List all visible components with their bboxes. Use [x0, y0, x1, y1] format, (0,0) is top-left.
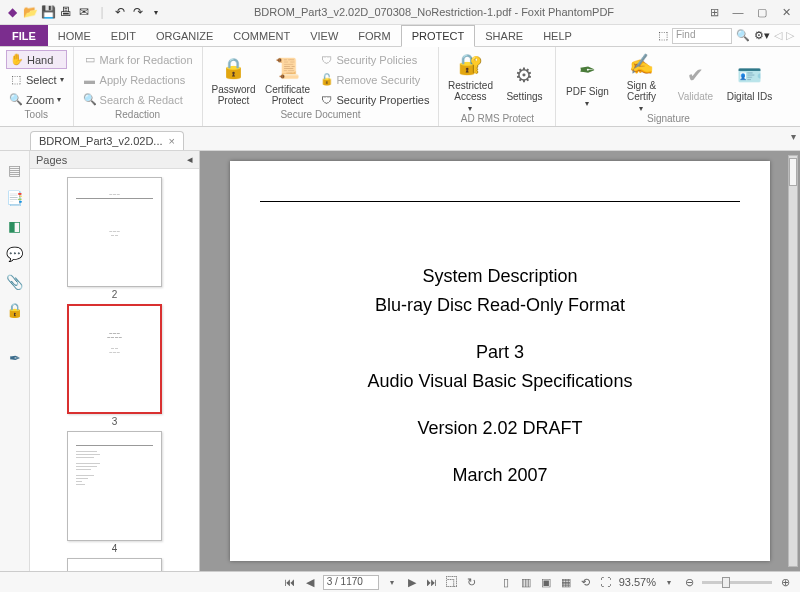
document-tab[interactable]: BDROM_Part3_v2.02D... × — [30, 131, 184, 150]
bookmarks-icon[interactable]: 📑 — [6, 189, 24, 207]
grid-icon[interactable]: ⊞ — [704, 4, 724, 20]
thumbnail-page-4[interactable]: ————————————————————————————————————————… — [67, 431, 162, 554]
comments-icon[interactable]: 💬 — [6, 245, 24, 263]
certificate-protect[interactable]: 📜Certificate Protect — [263, 50, 313, 109]
ribbon-group-signature: ✒PDF Sign▾ ✍Sign & Certify▾ ✔Validate 🪪D… — [556, 47, 780, 126]
zoom-in-icon[interactable]: ⊕ — [778, 575, 792, 589]
status-bar: ⏮ ◀ 3 / 1170 ▾ ▶ ⏭ ⿹ ↻ ▯ ▥ ▣ ▦ ⟲ ⛶ 93.57… — [0, 571, 800, 592]
unlock-icon: 🔓 — [320, 73, 334, 87]
tab-view[interactable]: VIEW — [300, 25, 348, 46]
tab-help[interactable]: HELP — [533, 25, 582, 46]
vertical-scrollbar[interactable] — [788, 155, 798, 567]
sign-certify[interactable]: ✍Sign & Certify▾ — [616, 50, 666, 113]
document-tab-bar: BDROM_Part3_v2.02D... × — [0, 127, 800, 151]
document-tab-label: BDROM_Part3_v2.02D... — [39, 135, 163, 147]
close-icon[interactable]: ✕ — [776, 4, 796, 20]
thumbnail-page-5[interactable]: ———————— — [67, 558, 162, 571]
redo-icon[interactable]: ↷ — [130, 4, 146, 20]
reflow-icon[interactable]: ↻ — [465, 575, 479, 589]
digital-ids[interactable]: 🪪Digital IDs — [724, 50, 774, 113]
qat-dropdown-icon[interactable]: ▾ — [148, 4, 164, 20]
collapse-panel-icon[interactable]: ◂ — [187, 153, 193, 166]
zoom-dropdown-icon[interactable]: ▾ — [662, 575, 676, 589]
continuous-icon[interactable]: ▥ — [519, 575, 533, 589]
group-label: Secure Document — [209, 109, 433, 123]
next-page-icon[interactable]: ▶ — [405, 575, 419, 589]
signatures-panel-icon[interactable]: ✒ — [6, 349, 24, 367]
single-page-icon[interactable]: ▯ — [499, 575, 513, 589]
zoom-slider[interactable] — [702, 581, 772, 584]
group-label: Redaction — [80, 109, 196, 123]
scroll-thumb[interactable] — [789, 158, 797, 186]
restricted-access[interactable]: 🔐Restricted Access▾ — [445, 50, 495, 113]
thumbnail-image: — — —— — — —— —— — — — [67, 304, 162, 414]
tab-protect[interactable]: PROTECT — [401, 25, 476, 47]
page-dropdown-icon[interactable]: ▾ — [385, 575, 399, 589]
file-menu[interactable]: FILE — [0, 25, 48, 46]
gear-icon[interactable]: ⚙▾ — [754, 29, 770, 42]
doc-line: Audio Visual Basic Specifications — [368, 371, 633, 392]
doc-line: Part 3 — [476, 342, 524, 363]
document-viewer[interactable]: System Description Blu-ray Disc Read-Onl… — [200, 151, 800, 571]
rms-settings[interactable]: ⚙Settings — [499, 50, 549, 113]
zoom-tool[interactable]: 🔍Zoom▾ — [6, 90, 67, 109]
layers-icon[interactable]: ◧ — [6, 217, 24, 235]
hand-tool[interactable]: ✋Hand — [6, 50, 67, 69]
tab-form[interactable]: FORM — [348, 25, 400, 46]
zoom-out-icon[interactable]: ⊖ — [682, 575, 696, 589]
doc-line: Blu-ray Disc Read-Only Format — [375, 295, 625, 316]
tab-share[interactable]: SHARE — [475, 25, 533, 46]
select-tool[interactable]: ⬚Select▾ — [6, 70, 67, 89]
pages-panel-title: Pages — [36, 154, 67, 166]
continuous-facing-icon[interactable]: ▦ — [559, 575, 573, 589]
minimize-icon[interactable]: — — [728, 4, 748, 20]
prev-icon[interactable]: ◁ — [774, 29, 782, 42]
pdf-sign[interactable]: ✒PDF Sign▾ — [562, 50, 612, 113]
facing-icon[interactable]: ▣ — [539, 575, 553, 589]
title-bar: ◆ 📂 💾 🖶 ✉ | ↶ ↷ ▾ BDROM_Part3_v2.02D_070… — [0, 0, 800, 25]
attachments-icon[interactable]: 📎 — [6, 273, 24, 291]
view-mode-icon[interactable]: ⿹ — [445, 575, 459, 589]
search-input[interactable]: Find — [672, 28, 732, 44]
collapse-ribbon-icon[interactable]: ▾ — [791, 131, 796, 142]
security-policies[interactable]: 🛡Security Policies — [317, 50, 433, 69]
security-properties[interactable]: 🛡Security Properties — [317, 90, 433, 109]
undo-icon[interactable]: ↶ — [112, 4, 128, 20]
first-page-icon[interactable]: ⏮ — [283, 575, 297, 589]
maximize-icon[interactable]: ▢ — [752, 4, 772, 20]
prev-page-icon[interactable]: ◀ — [303, 575, 317, 589]
save-icon[interactable]: 💾 — [40, 4, 56, 20]
ribbon-toggle-icon[interactable]: ⬚ — [658, 29, 668, 42]
group-label: AD RMS Protect — [445, 113, 549, 124]
print-icon[interactable]: 🖶 — [58, 4, 74, 20]
ribbon: ✋Hand ⬚Select▾ 🔍Zoom▾ Tools ▭Mark for Re… — [0, 47, 800, 127]
zoom-slider-handle[interactable] — [722, 577, 730, 588]
next-icon[interactable]: ▷ — [786, 29, 794, 42]
last-page-icon[interactable]: ⏭ — [425, 575, 439, 589]
pages-panel-icon[interactable]: ▤ — [6, 161, 24, 179]
search-icon[interactable]: 🔍 — [736, 29, 750, 42]
password-protect[interactable]: 🔒Password Protect — [209, 50, 259, 109]
open-icon[interactable]: 📂 — [22, 4, 38, 20]
thumbnail-list[interactable]: — — —— — —— — 2 — — —— — — —— —— — — 3 —… — [30, 169, 199, 571]
rotate-icon[interactable]: ⟲ — [579, 575, 593, 589]
thumbnail-page-2[interactable]: — — —— — —— — 2 — [67, 177, 162, 300]
email-icon[interactable]: ✉ — [76, 4, 92, 20]
security-panel-icon[interactable]: 🔒 — [6, 301, 24, 319]
tab-comment[interactable]: COMMENT — [223, 25, 300, 46]
tab-home[interactable]: HOME — [48, 25, 101, 46]
pdf-page: System Description Blu-ray Disc Read-Onl… — [230, 161, 770, 561]
validate: ✔Validate — [670, 50, 720, 113]
tab-organize[interactable]: ORGANIZE — [146, 25, 223, 46]
ribbon-group-rms: 🔐Restricted Access▾ ⚙Settings AD RMS Pro… — [439, 47, 556, 126]
thumbnail-page-3[interactable]: — — —— — — —— —— — — 3 — [67, 304, 162, 427]
fullscreen-icon[interactable]: ⛶ — [599, 575, 613, 589]
page-number-input[interactable]: 3 / 1170 — [323, 575, 379, 590]
mark-redaction[interactable]: ▭Mark for Redaction — [80, 50, 196, 69]
search-redact[interactable]: 🔍Search & Redact — [80, 90, 196, 109]
remove-security[interactable]: 🔓Remove Security — [317, 70, 433, 89]
close-tab-icon[interactable]: × — [169, 135, 175, 147]
search-redact-icon: 🔍 — [83, 93, 97, 107]
tab-edit[interactable]: EDIT — [101, 25, 146, 46]
shield-icon: 🛡 — [320, 53, 334, 67]
